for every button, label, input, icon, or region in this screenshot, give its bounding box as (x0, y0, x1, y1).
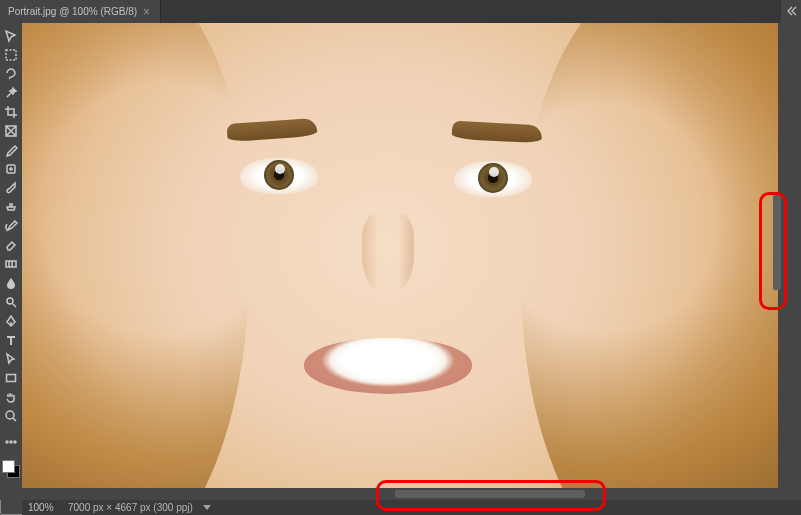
svg-rect-0 (6, 50, 16, 60)
path-select-tool[interactable] (2, 350, 20, 368)
lasso-tool[interactable] (2, 65, 20, 83)
blur-tool[interactable] (2, 274, 20, 292)
marquee-tool[interactable] (2, 46, 20, 64)
document-tab-portrait[interactable]: Portrait.jpg @ 100% (RGB/8) × (0, 0, 161, 23)
move-tool[interactable] (2, 27, 20, 45)
foreground-color-swatch[interactable] (2, 460, 15, 473)
svg-point-9 (14, 441, 16, 443)
svg-rect-5 (7, 375, 16, 382)
document-info: 7000 px × 4667 px (300 ppj) (68, 502, 193, 513)
collapsed-panels-strip (781, 0, 801, 515)
doc-info-menu-icon[interactable] (203, 505, 211, 510)
expand-panels-icon[interactable] (785, 5, 797, 17)
brush-tool[interactable] (2, 179, 20, 197)
magic-wand-tool[interactable] (2, 84, 20, 102)
close-icon[interactable]: × (143, 6, 150, 18)
hand-tool[interactable] (2, 388, 20, 406)
svg-point-8 (10, 441, 12, 443)
svg-point-6 (6, 411, 14, 419)
horizontal-scrollbar-thumb[interactable] (395, 490, 585, 498)
document-tab-bar: Portrait.jpg @ 100% (RGB/8) × (0, 0, 801, 23)
history-brush-tool[interactable] (2, 217, 20, 235)
rectangle-tool[interactable] (2, 369, 20, 387)
dodge-tool[interactable] (2, 293, 20, 311)
svg-rect-3 (6, 261, 16, 267)
tools-panel (0, 23, 22, 500)
status-bar: 100% 7000 px × 4667 px (300 ppj) (22, 500, 801, 515)
frame-tool[interactable] (2, 122, 20, 140)
pen-tool[interactable] (2, 312, 20, 330)
eraser-tool[interactable] (2, 236, 20, 254)
gradient-tool[interactable] (2, 255, 20, 273)
eyedropper-tool[interactable] (2, 141, 20, 159)
canvas-image-portrait (22, 23, 778, 488)
zoom-level-field[interactable]: 100% (28, 502, 60, 513)
zoom-tool[interactable] (2, 407, 20, 425)
crop-tool[interactable] (2, 103, 20, 121)
svg-point-4 (7, 298, 13, 304)
healing-brush-tool[interactable] (2, 160, 20, 178)
clone-stamp-tool[interactable] (2, 198, 20, 216)
color-swatches[interactable] (2, 460, 20, 478)
document-canvas[interactable] (22, 23, 778, 488)
vertical-scrollbar-thumb[interactable] (773, 195, 781, 290)
tab-title: Portrait.jpg @ 100% (RGB/8) (8, 6, 137, 17)
edit-toolbar-icon[interactable] (2, 433, 20, 451)
svg-point-7 (6, 441, 8, 443)
type-tool[interactable] (2, 331, 20, 349)
